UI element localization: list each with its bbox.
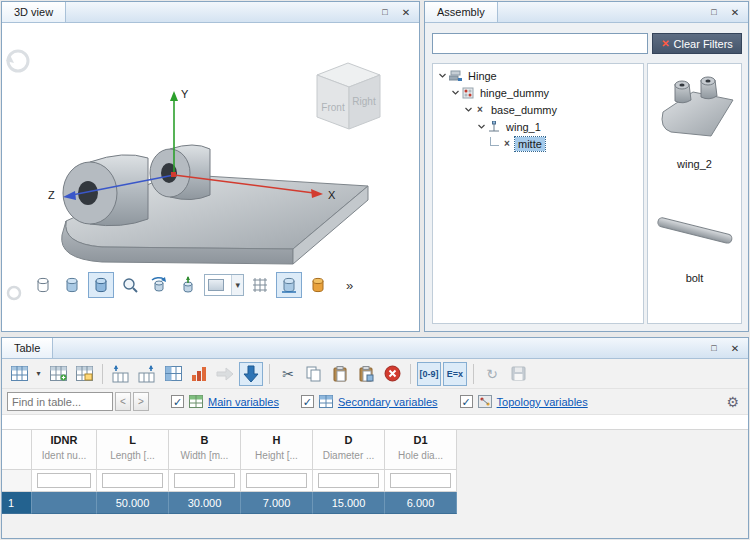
suppressed-x-icon: × — [475, 104, 485, 115]
find-next-button[interactable]: > — [133, 392, 149, 411]
topology-variables-group: ✓ Topology variables — [460, 395, 588, 408]
expander-icon[interactable] — [450, 87, 461, 98]
toolbar-separator — [473, 364, 474, 384]
chevron-down-icon[interactable]: ▾ — [231, 275, 243, 295]
table-new-icon[interactable] — [46, 362, 70, 386]
tree-item-hinge[interactable]: Hinge — [433, 67, 643, 84]
clear-filters-button[interactable]: ✕ Clear Filters — [652, 33, 742, 54]
column-header-b[interactable]: B Width [m... — [169, 430, 241, 470]
close-button[interactable]: ✕ — [726, 341, 744, 356]
cancel-icon[interactable] — [380, 362, 404, 386]
view-cube[interactable]: Front Right — [317, 63, 380, 129]
expander-icon[interactable] — [437, 70, 448, 81]
secondary-variables-link[interactable]: Secondary variables — [338, 396, 438, 408]
origin-marker — [171, 172, 176, 177]
assembly-tree[interactable]: Hinge hinge_dummy × base_dummy — [432, 63, 644, 324]
preview-item-wing-2[interactable]: wing_2 — [648, 70, 741, 170]
chevron-down-icon[interactable]: ▾ — [33, 362, 44, 386]
filter-input-idnr[interactable] — [37, 473, 91, 488]
cut-icon[interactable]: ✂ — [276, 362, 300, 386]
assembly-search-input[interactable] — [432, 33, 648, 54]
maximize-button[interactable]: □ — [376, 5, 394, 20]
row-number-cell[interactable]: 1 — [2, 492, 32, 514]
filter-input-b[interactable] — [174, 473, 235, 488]
part-wing[interactable] — [62, 145, 368, 264]
mesh-display-icon[interactable] — [247, 272, 273, 298]
maximize-button[interactable]: □ — [705, 341, 723, 356]
find-previous-button[interactable]: < — [115, 392, 131, 411]
close-button[interactable]: ✕ — [397, 5, 415, 20]
main-variables-checkbox[interactable]: ✓ — [171, 395, 184, 408]
tree-item-wing-1[interactable]: wing_1 — [433, 118, 643, 135]
filter-input-h[interactable] — [246, 473, 307, 488]
filter-input-d[interactable] — [318, 473, 379, 488]
preview-item-bolt[interactable]: bolt — [648, 194, 741, 284]
cylinder-shaded-edges-icon[interactable] — [88, 272, 114, 298]
assembly-body: ✕ Clear Filters Hinge hinge_dummy — [425, 23, 748, 331]
refresh-icon[interactable]: ↻ — [480, 362, 504, 386]
maximize-button[interactable]: □ — [705, 5, 723, 20]
expression-filter-toggle[interactable]: E=x — [443, 362, 467, 386]
table-select-icon[interactable] — [7, 362, 31, 386]
cylinder-wireframe-icon[interactable] — [30, 272, 56, 298]
column-header-idnr[interactable]: IDNR Ident nu... — [32, 430, 97, 470]
display-mode-combo[interactable]: ▾ — [204, 274, 244, 296]
table-highlight-icon[interactable] — [161, 362, 185, 386]
cell-d1[interactable]: 6.000 — [385, 492, 457, 514]
toolbar-separator — [102, 364, 103, 384]
gear-icon[interactable]: ⚙ — [726, 394, 739, 410]
filter-input-l[interactable] — [102, 473, 163, 488]
3d-viewport[interactable]: Front Right Y — [2, 23, 419, 331]
cylinder-shaded-icon[interactable] — [59, 272, 85, 298]
cylinder-dimensions-icon[interactable] — [276, 272, 302, 298]
filter-input-d1[interactable] — [390, 473, 451, 488]
close-button[interactable]: ✕ — [726, 5, 744, 20]
tree-item-mitte[interactable]: × mitte — [433, 135, 643, 152]
topology-variables-checkbox[interactable]: ✓ — [460, 395, 473, 408]
column-header-h[interactable]: H Height [... — [241, 430, 313, 470]
insert-column-right-icon[interactable] — [135, 362, 159, 386]
tree-item-base-dummy[interactable]: × base_dummy — [433, 101, 643, 118]
tab-3d-view[interactable]: 3D view — [2, 2, 66, 22]
panel-3d-view: 3D view □ ✕ — [1, 1, 420, 332]
expander-icon[interactable] — [476, 121, 487, 132]
cell-b[interactable]: 30.000 — [169, 492, 241, 514]
find-in-table-input[interactable] — [7, 392, 113, 411]
cell-h[interactable]: 7.000 — [241, 492, 313, 514]
tab-table[interactable]: Table — [2, 338, 53, 358]
insert-column-left-icon[interactable] — [109, 362, 133, 386]
3d-scene: Front Right Y — [2, 23, 419, 271]
preview-label: wing_2 — [648, 158, 741, 170]
cell-d[interactable]: 15.000 — [313, 492, 385, 514]
table-row[interactable]: 1 50.000 30.000 7.000 15.000 6.000 — [2, 492, 748, 514]
bolt-thumbnail — [649, 194, 741, 268]
tab-assembly[interactable]: Assembly — [425, 2, 498, 22]
panel-assembly: Assembly □ ✕ ✕ Clear Filters Hinge — [424, 1, 749, 332]
table-copy-icon[interactable] — [72, 362, 96, 386]
expander-icon[interactable] — [463, 104, 474, 115]
toolbar-overflow-chevron[interactable]: » — [346, 278, 353, 293]
copy-icon[interactable] — [302, 362, 326, 386]
cylinder-section-icon[interactable] — [305, 272, 331, 298]
topology-variables-link[interactable]: Topology variables — [497, 396, 588, 408]
tree-item-hinge-dummy[interactable]: hinge_dummy — [433, 84, 643, 101]
secondary-variables-checkbox[interactable]: ✓ — [301, 395, 314, 408]
column-header-d[interactable]: D Diameter ... — [313, 430, 385, 470]
cell-idnr[interactable] — [32, 492, 97, 514]
cylinder-axis-icon[interactable] — [175, 272, 201, 298]
insert-down-icon[interactable] — [239, 362, 263, 386]
digits-filter-toggle[interactable]: [0-9] — [417, 362, 441, 386]
cell-l[interactable]: 50.000 — [97, 492, 169, 514]
apply-arrow-icon[interactable] — [213, 362, 237, 386]
filter-cell-h — [241, 470, 313, 492]
main-variables-link[interactable]: Main variables — [208, 396, 279, 408]
zoom-icon[interactable] — [117, 272, 143, 298]
save-icon[interactable] — [506, 362, 530, 386]
filter-gutter-cell — [2, 470, 32, 492]
paste-special-icon[interactable] — [354, 362, 378, 386]
sort-columns-icon[interactable] — [187, 362, 211, 386]
column-header-l[interactable]: L Length [... — [97, 430, 169, 470]
paste-icon[interactable] — [328, 362, 352, 386]
column-header-d1[interactable]: D1 Hole dia... — [385, 430, 457, 470]
rotate-view-icon[interactable] — [146, 272, 172, 298]
